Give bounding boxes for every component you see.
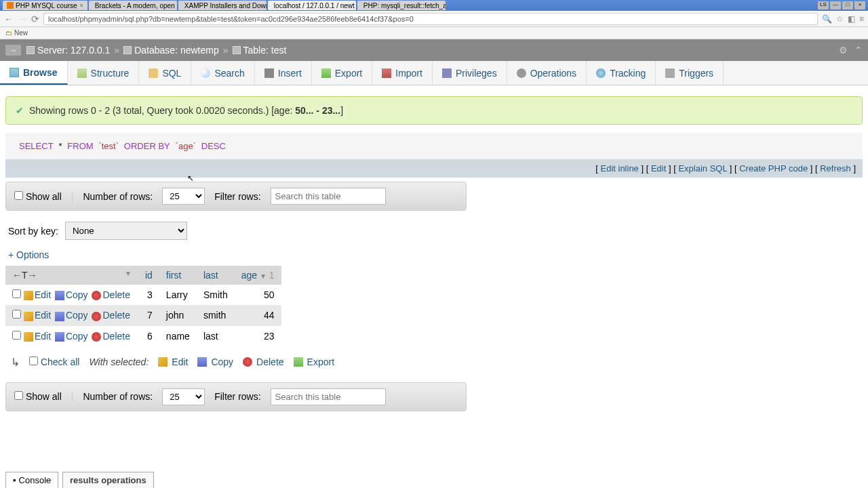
row-checkbox[interactable] [12, 289, 21, 298]
edit-inline-link[interactable]: Edit inline [600, 163, 638, 174]
forward-button[interactable]: → [18, 14, 27, 24]
menu-icon[interactable]: ≡ [859, 14, 864, 24]
tab-triggers[interactable]: Triggers [656, 61, 724, 85]
col-first[interactable]: first [159, 266, 197, 285]
folder-icon: 🗀 [5, 29, 12, 37]
close-button[interactable]: × [854, 1, 865, 9]
filter-label: Filter rows: [214, 191, 260, 202]
server-name[interactable]: 127.0.0.1 [71, 45, 110, 56]
row-checkbox[interactable] [12, 310, 21, 319]
tab-browse[interactable]: Browse [0, 61, 68, 85]
tab-tracking[interactable]: Tracking [587, 61, 656, 85]
collapse-nav-button[interactable]: → [5, 45, 21, 56]
cell-id: 3 [138, 285, 159, 305]
bookmark-new[interactable]: New [14, 29, 28, 37]
cell-first: Larry [159, 285, 197, 305]
edit-row[interactable]: Edit [35, 331, 51, 342]
copy-row[interactable]: Copy [66, 331, 88, 342]
reload-button[interactable]: ⟳ [31, 14, 39, 24]
bulk-copy[interactable]: Copy [197, 357, 233, 367]
table-label: Table: [243, 45, 269, 56]
col-last[interactable]: last [197, 266, 235, 285]
sql-action-links: [ Edit inline ] [ Edit ] [ Explain SQL ]… [5, 159, 863, 178]
bulk-delete[interactable]: Delete [243, 357, 283, 367]
server-icon [26, 46, 35, 54]
copy-icon [55, 332, 64, 342]
tracking-icon [596, 68, 606, 78]
browser-tab[interactable]: XAMPP Installers and Down× [178, 1, 267, 10]
filter-input[interactable] [271, 188, 386, 205]
maximize-button[interactable]: □ [842, 1, 853, 9]
tab-search[interactable]: Search [191, 61, 254, 85]
gear-icon[interactable]: ⚙ [839, 45, 848, 56]
options-toggle[interactable]: + Options [5, 247, 863, 263]
sort-by-key-row: Sort by key: None [5, 215, 863, 247]
tab-structure[interactable]: Structure [68, 61, 140, 85]
tab-export[interactable]: Export [312, 61, 372, 85]
results-control-row-bottom: Show all | Number of rows: 25 Filter row… [5, 382, 467, 411]
bulk-edit[interactable]: Edit [158, 357, 188, 367]
table-icon [233, 46, 241, 54]
table-name[interactable]: test [271, 45, 287, 56]
browser-tab-active[interactable]: localhost / 127.0.0.1 / newt× [268, 1, 356, 10]
col-age[interactable]: age ▼ 1 [235, 266, 281, 285]
show-all-checkbox[interactable]: Show all [14, 191, 62, 202]
sort-label: Sort by key: [8, 226, 58, 237]
copy-row[interactable]: Copy [66, 310, 88, 321]
copy-icon [55, 312, 64, 321]
pocket-icon[interactable]: ◧ [848, 14, 855, 24]
with-selected-label: With selected: [89, 357, 149, 367]
table-row: Edit Copy Delete 6 name last 23 [5, 326, 281, 346]
star-icon[interactable]: ☆ [836, 14, 844, 24]
url-bar: ← → ⟳ 🔍 ☆ ◧ ≡ [0, 11, 868, 27]
breadcrumb: → Server: 127.0.0.1 » Database: newtemp … [0, 39, 868, 61]
browser-tab[interactable]: PHP MYSQL course× [3, 1, 87, 10]
address-input[interactable] [43, 13, 818, 25]
edit-link[interactable]: Edit [651, 163, 666, 174]
minimize-button[interactable]: — [830, 1, 841, 9]
back-button[interactable]: ← [4, 14, 14, 24]
exit-icon[interactable]: ⌃ [854, 45, 863, 56]
check-all-checkbox[interactable]: Check all [29, 357, 79, 367]
tab-operations[interactable]: Operations [507, 61, 587, 85]
sort-select[interactable]: None [65, 222, 187, 240]
row-checkbox[interactable] [12, 331, 21, 340]
delete-row[interactable]: Delete [102, 289, 130, 300]
results-operations-tab[interactable]: results operations [62, 472, 154, 488]
delete-icon [92, 291, 101, 300]
browser-tab[interactable]: Brackets - A modern, open × [89, 1, 177, 10]
copy-row[interactable]: Copy [66, 289, 88, 300]
tab-sql[interactable]: SQL [139, 61, 191, 85]
success-message: ✔ Showing rows 0 - 2 (3 total, Query too… [5, 96, 863, 125]
structure-icon [77, 68, 87, 78]
edit-row[interactable]: Edit [35, 310, 51, 321]
edit-row[interactable]: Edit [35, 289, 51, 300]
delete-row[interactable]: Delete [102, 310, 130, 321]
console-tab[interactable]: ▪Console [5, 472, 58, 488]
filter-input-bottom[interactable] [271, 388, 386, 405]
export-icon [321, 68, 331, 78]
copy-icon [197, 357, 207, 367]
bulk-export[interactable]: Export [294, 357, 334, 367]
check-all-row: ↳ Check all With selected: Edit Copy Del… [5, 346, 863, 378]
cell-age: 44 [235, 305, 281, 325]
refresh-link[interactable]: Refresh [820, 163, 851, 174]
search-icon[interactable]: 🔍 [822, 14, 832, 24]
num-rows-select-bottom[interactable]: 25 [162, 388, 205, 405]
delete-row[interactable]: Delete [102, 331, 130, 342]
explain-sql-link[interactable]: Explain SQL [678, 163, 727, 174]
tab-import[interactable]: Import [372, 61, 433, 85]
privileges-icon [442, 68, 452, 78]
tab-privileges[interactable]: Privileges [433, 61, 507, 85]
cell-first: name [159, 326, 197, 346]
top-tabs: Browse Structure SQL Search Insert Expor… [0, 61, 868, 85]
database-name[interactable]: newtemp [180, 45, 219, 56]
col-id[interactable]: id [138, 266, 159, 285]
tab-insert[interactable]: Insert [255, 61, 312, 85]
create-php-link[interactable]: Create PHP code [739, 163, 808, 174]
show-all-checkbox-bottom[interactable]: Show all [14, 391, 62, 402]
database-icon [123, 46, 132, 54]
cell-last: smith [197, 305, 235, 325]
browser-tab[interactable]: PHP: mysqli_result::fetch_a× [357, 1, 446, 10]
num-rows-select[interactable]: 25 [162, 188, 205, 205]
